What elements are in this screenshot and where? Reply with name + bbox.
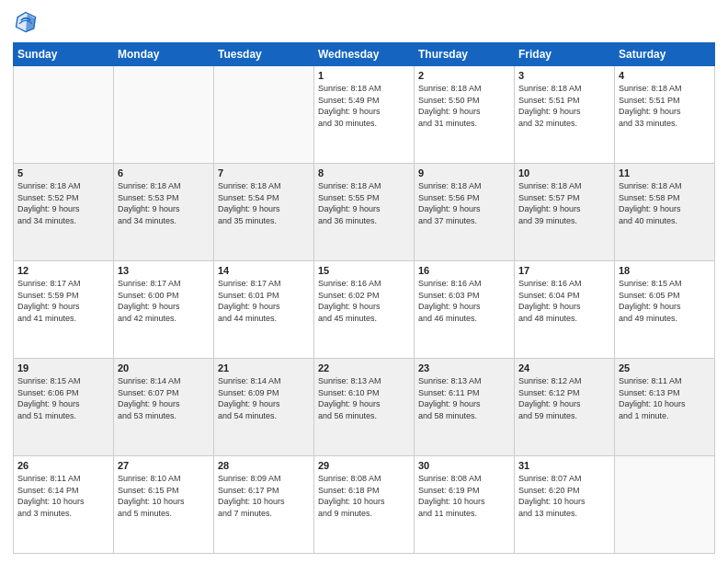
calendar-header-row: SundayMondayTuesdayWednesdayThursdayFrid… [14,43,715,66]
day-number: 25 [619,362,711,373]
calendar-cell: 12Sunrise: 8:17 AM Sunset: 5:59 PM Dayli… [14,261,114,359]
calendar-cell: 9Sunrise: 8:18 AM Sunset: 5:56 PM Daylig… [415,164,515,261]
calendar-cell: 22Sunrise: 8:13 AM Sunset: 6:10 PM Dayli… [314,359,415,456]
calendar-cell: 30Sunrise: 8:08 AM Sunset: 6:19 PM Dayli… [415,456,515,554]
day-number: 31 [518,460,610,471]
day-info: Sunrise: 8:08 AM Sunset: 6:18 PM Dayligh… [318,473,410,519]
calendar-cell: 18Sunrise: 8:15 AM Sunset: 6:05 PM Dayli… [615,261,715,359]
day-info: Sunrise: 8:13 AM Sunset: 6:10 PM Dayligh… [318,375,410,421]
calendar-cell: 27Sunrise: 8:10 AM Sunset: 6:15 PM Dayli… [114,456,214,554]
calendar-cell: 6Sunrise: 8:18 AM Sunset: 5:53 PM Daylig… [114,164,214,261]
day-number: 22 [318,362,410,373]
day-number: 18 [619,265,711,276]
day-info: Sunrise: 8:14 AM Sunset: 6:07 PM Dayligh… [118,375,210,421]
calendar-cell: 25Sunrise: 8:11 AM Sunset: 6:13 PM Dayli… [615,359,715,456]
calendar-cell: 8Sunrise: 8:18 AM Sunset: 5:55 PM Daylig… [314,164,415,261]
calendar-cell: 3Sunrise: 8:18 AM Sunset: 5:51 PM Daylig… [515,66,615,164]
col-header-thursday: Thursday [415,43,515,66]
calendar-cell [214,66,314,164]
day-info: Sunrise: 8:15 AM Sunset: 6:06 PM Dayligh… [17,375,109,421]
day-info: Sunrise: 8:18 AM Sunset: 5:50 PM Dayligh… [418,83,510,129]
day-number: 23 [418,362,510,373]
calendar-cell: 19Sunrise: 8:15 AM Sunset: 6:06 PM Dayli… [14,359,114,456]
col-header-tuesday: Tuesday [214,43,314,66]
day-info: Sunrise: 8:07 AM Sunset: 6:20 PM Dayligh… [518,473,610,519]
calendar-cell: 11Sunrise: 8:18 AM Sunset: 5:58 PM Dayli… [615,164,715,261]
page: SundayMondayTuesdayWednesdayThursdayFrid… [0,0,728,563]
day-number: 12 [17,265,109,276]
day-number: 20 [118,362,210,373]
day-info: Sunrise: 8:18 AM Sunset: 5:51 PM Dayligh… [518,83,610,129]
calendar-cell: 24Sunrise: 8:12 AM Sunset: 6:12 PM Dayli… [515,359,615,456]
calendar-cell: 21Sunrise: 8:14 AM Sunset: 6:09 PM Dayli… [214,359,314,456]
day-number: 26 [17,460,109,471]
day-number: 15 [318,265,410,276]
day-info: Sunrise: 8:18 AM Sunset: 5:57 PM Dayligh… [518,180,610,226]
col-header-saturday: Saturday [615,43,715,66]
day-info: Sunrise: 8:18 AM Sunset: 5:58 PM Dayligh… [619,180,711,226]
day-number: 29 [318,460,410,471]
day-number: 9 [418,167,510,178]
day-number: 27 [118,460,210,471]
day-number: 4 [619,70,711,81]
calendar-cell: 13Sunrise: 8:17 AM Sunset: 6:00 PM Dayli… [114,261,214,359]
calendar-cell: 16Sunrise: 8:16 AM Sunset: 6:03 PM Dayli… [415,261,515,359]
calendar-cell: 5Sunrise: 8:18 AM Sunset: 5:52 PM Daylig… [14,164,114,261]
day-number: 7 [218,167,310,178]
day-info: Sunrise: 8:10 AM Sunset: 6:15 PM Dayligh… [118,473,210,519]
day-info: Sunrise: 8:17 AM Sunset: 5:59 PM Dayligh… [17,278,109,324]
calendar-cell: 20Sunrise: 8:14 AM Sunset: 6:07 PM Dayli… [114,359,214,456]
day-info: Sunrise: 8:16 AM Sunset: 6:02 PM Dayligh… [318,278,410,324]
day-number: 3 [518,70,610,81]
day-number: 21 [218,362,310,373]
day-info: Sunrise: 8:08 AM Sunset: 6:19 PM Dayligh… [418,473,510,519]
day-number: 16 [418,265,510,276]
calendar-cell: 4Sunrise: 8:18 AM Sunset: 5:51 PM Daylig… [615,66,715,164]
calendar-table: SundayMondayTuesdayWednesdayThursdayFrid… [13,42,715,554]
calendar-row-3: 12Sunrise: 8:17 AM Sunset: 5:59 PM Dayli… [14,261,715,359]
day-number: 14 [218,265,310,276]
day-info: Sunrise: 8:11 AM Sunset: 6:13 PM Dayligh… [619,375,711,421]
calendar-cell: 23Sunrise: 8:13 AM Sunset: 6:11 PM Dayli… [415,359,515,456]
day-info: Sunrise: 8:18 AM Sunset: 5:53 PM Dayligh… [118,180,210,226]
day-number: 28 [218,460,310,471]
day-info: Sunrise: 8:16 AM Sunset: 6:04 PM Dayligh… [518,278,610,324]
calendar-cell [615,456,715,554]
day-number: 5 [17,167,109,178]
day-info: Sunrise: 8:18 AM Sunset: 5:54 PM Dayligh… [218,180,310,226]
calendar-cell: 31Sunrise: 8:07 AM Sunset: 6:20 PM Dayli… [515,456,615,554]
day-number: 11 [619,167,711,178]
calendar-row-4: 19Sunrise: 8:15 AM Sunset: 6:06 PM Dayli… [14,359,715,456]
calendar-cell: 26Sunrise: 8:11 AM Sunset: 6:14 PM Dayli… [14,456,114,554]
day-info: Sunrise: 8:13 AM Sunset: 6:11 PM Dayligh… [418,375,510,421]
day-info: Sunrise: 8:18 AM Sunset: 5:51 PM Dayligh… [619,83,711,129]
calendar-cell: 29Sunrise: 8:08 AM Sunset: 6:18 PM Dayli… [314,456,415,554]
day-info: Sunrise: 8:14 AM Sunset: 6:09 PM Dayligh… [218,375,310,421]
day-number: 30 [418,460,510,471]
day-info: Sunrise: 8:11 AM Sunset: 6:14 PM Dayligh… [17,473,109,519]
col-header-monday: Monday [114,43,214,66]
day-info: Sunrise: 8:17 AM Sunset: 6:00 PM Dayligh… [118,278,210,324]
day-info: Sunrise: 8:12 AM Sunset: 6:12 PM Dayligh… [518,375,610,421]
day-number: 10 [518,167,610,178]
calendar-cell: 28Sunrise: 8:09 AM Sunset: 6:17 PM Dayli… [214,456,314,554]
logo [13,9,40,35]
day-number: 17 [518,265,610,276]
day-info: Sunrise: 8:17 AM Sunset: 6:01 PM Dayligh… [218,278,310,324]
day-number: 19 [17,362,109,373]
calendar-cell: 14Sunrise: 8:17 AM Sunset: 6:01 PM Dayli… [214,261,314,359]
day-info: Sunrise: 8:15 AM Sunset: 6:05 PM Dayligh… [619,278,711,324]
day-info: Sunrise: 8:09 AM Sunset: 6:17 PM Dayligh… [218,473,310,519]
header [13,9,715,35]
calendar-cell [114,66,214,164]
col-header-wednesday: Wednesday [314,43,415,66]
day-info: Sunrise: 8:18 AM Sunset: 5:49 PM Dayligh… [318,83,410,129]
col-header-friday: Friday [515,43,615,66]
calendar-cell: 7Sunrise: 8:18 AM Sunset: 5:54 PM Daylig… [214,164,314,261]
day-number: 13 [118,265,210,276]
calendar-cell: 15Sunrise: 8:16 AM Sunset: 6:02 PM Dayli… [314,261,415,359]
day-info: Sunrise: 8:16 AM Sunset: 6:03 PM Dayligh… [418,278,510,324]
calendar-cell: 10Sunrise: 8:18 AM Sunset: 5:57 PM Dayli… [515,164,615,261]
calendar-cell: 2Sunrise: 8:18 AM Sunset: 5:50 PM Daylig… [415,66,515,164]
day-number: 1 [318,70,410,81]
